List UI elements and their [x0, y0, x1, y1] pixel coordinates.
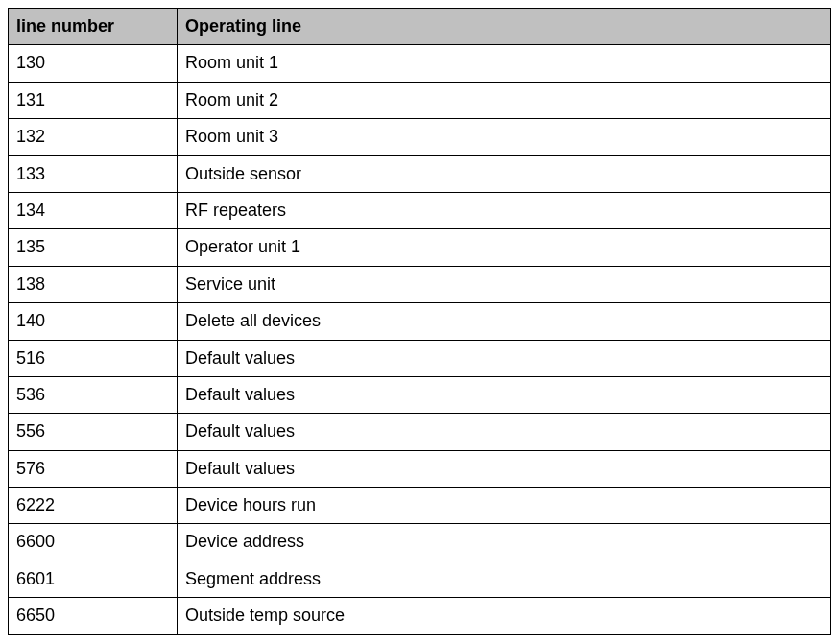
table-row: 138 Service unit — [9, 266, 831, 302]
table-row: 576 Default values — [9, 450, 831, 487]
cell-operating-line: Operator unit 1 — [178, 229, 831, 266]
cell-line-number: 131 — [9, 82, 178, 118]
cell-line-number: 516 — [9, 340, 178, 376]
cell-line-number: 138 — [9, 266, 178, 302]
table-row: 135 Operator unit 1 — [9, 229, 831, 266]
cell-line-number: 6600 — [9, 524, 178, 561]
cell-line-number: 140 — [9, 303, 178, 340]
table-row: 6222 Device hours run — [9, 488, 831, 524]
cell-operating-line: Default values — [178, 414, 831, 450]
table-header-row: line number Operating line — [9, 9, 831, 45]
cell-operating-line: Outside temp source — [178, 598, 831, 634]
table-row: 536 Default values — [9, 376, 831, 413]
cell-operating-line: Delete all devices — [178, 303, 831, 340]
cell-operating-line: RF repeaters — [178, 192, 831, 228]
cell-operating-line: Service unit — [178, 266, 831, 302]
table-row: 516 Default values — [9, 340, 831, 376]
table-row: 131 Room unit 2 — [9, 82, 831, 118]
table-row: 130 Room unit 1 — [9, 45, 831, 82]
table-row: 132 Room unit 3 — [9, 119, 831, 155]
cell-line-number: 6650 — [9, 598, 178, 634]
header-operating-line: Operating line — [178, 9, 831, 45]
table-row: 6601 Segment address — [9, 561, 831, 597]
cell-operating-line: Device hours run — [178, 488, 831, 524]
cell-operating-line: Outside sensor — [178, 155, 831, 192]
cell-line-number: 130 — [9, 45, 178, 82]
cell-line-number: 6222 — [9, 488, 178, 524]
cell-line-number: 132 — [9, 119, 178, 155]
table-row: 133 Outside sensor — [9, 155, 831, 192]
cell-operating-line: Default values — [178, 376, 831, 413]
table-row: 140 Delete all devices — [9, 303, 831, 340]
cell-line-number: 556 — [9, 414, 178, 450]
cell-line-number: 576 — [9, 450, 178, 487]
cell-operating-line: Room unit 2 — [178, 82, 831, 118]
cell-line-number: 135 — [9, 229, 178, 266]
cell-operating-line: Segment address — [178, 561, 831, 597]
cell-operating-line: Default values — [178, 450, 831, 487]
cell-operating-line: Room unit 3 — [178, 119, 831, 155]
table-row: 556 Default values — [9, 414, 831, 450]
cell-line-number: 134 — [9, 192, 178, 228]
cell-line-number: 536 — [9, 376, 178, 413]
cell-operating-line: Default values — [178, 340, 831, 376]
table-row: 6600 Device address — [9, 524, 831, 561]
cell-operating-line: Device address — [178, 524, 831, 561]
operating-line-table: line number Operating line 130 Room unit… — [8, 8, 831, 635]
cell-line-number: 6601 — [9, 561, 178, 597]
table-row: 6650 Outside temp source — [9, 598, 831, 634]
header-line-number: line number — [9, 9, 178, 45]
table-row: 134 RF repeaters — [9, 192, 831, 228]
cell-line-number: 133 — [9, 155, 178, 192]
cell-operating-line: Room unit 1 — [178, 45, 831, 82]
